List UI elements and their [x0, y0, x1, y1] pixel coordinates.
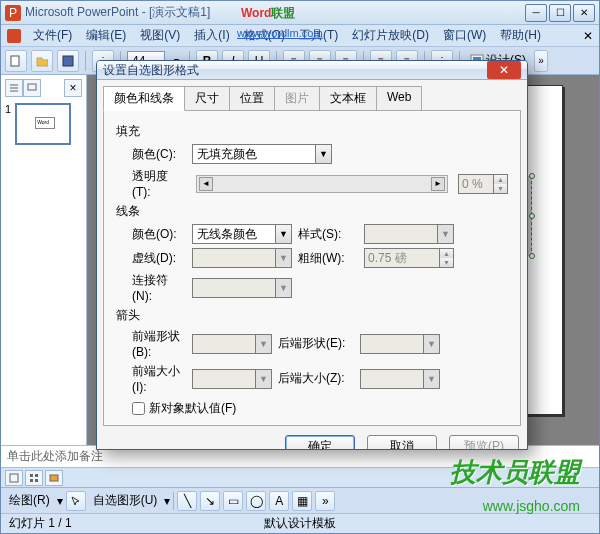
- tab-content: 填充 颜色(C): 无填充颜色▼ 透明度(T): ◄► 0 % ▲▼ 线条 颜色…: [103, 110, 521, 426]
- connector-combo: ▼: [192, 278, 292, 298]
- svg-rect-11: [10, 474, 18, 482]
- autoshapes-menu[interactable]: 自选图形(U): [89, 490, 162, 511]
- transparency-slider[interactable]: ◄►: [196, 175, 448, 193]
- toolbar-overflow-3[interactable]: »: [534, 50, 548, 72]
- tab-size[interactable]: 尺寸: [184, 86, 230, 111]
- transparency-label: 透明度(T):: [116, 168, 186, 199]
- line-color-combo[interactable]: 无线条颜色▼: [192, 224, 292, 244]
- powerpoint-icon: P: [5, 5, 21, 21]
- line-style-label: 样式(S):: [298, 226, 358, 243]
- dialog-close-button[interactable]: ✕: [487, 61, 521, 79]
- menu-insert[interactable]: 插入(I): [188, 25, 235, 46]
- svg-rect-12: [30, 474, 33, 477]
- select-objects-button[interactable]: [66, 491, 86, 511]
- menu-file[interactable]: 文件(F): [27, 25, 78, 46]
- tab-position[interactable]: 位置: [229, 86, 275, 111]
- line-color-label: 颜色(O):: [116, 226, 186, 243]
- draw-menu[interactable]: 绘图(R): [5, 490, 54, 511]
- slide-thumbnail[interactable]: 1 Word: [5, 103, 82, 145]
- textbox-button[interactable]: A: [269, 491, 289, 511]
- dash-label: 虚线(D):: [116, 250, 186, 267]
- menu-edit[interactable]: 编辑(E): [80, 25, 132, 46]
- sorter-view-button[interactable]: [25, 470, 43, 486]
- line-button[interactable]: ╲: [177, 491, 197, 511]
- dialog-title: 设置自选图形格式: [103, 62, 199, 79]
- svg-text:P: P: [9, 6, 17, 20]
- menu-view[interactable]: 视图(V): [134, 25, 186, 46]
- open-button[interactable]: [31, 50, 53, 72]
- svg-rect-2: [7, 29, 21, 43]
- status-slide-count: 幻灯片 1 / 1: [9, 515, 72, 532]
- oval-button[interactable]: ◯: [246, 491, 266, 511]
- window-title: Microsoft PowerPoint - [演示文稿1]: [25, 4, 210, 21]
- tab-colors-lines[interactable]: 颜色和线条: [103, 86, 185, 111]
- outline-tab[interactable]: [5, 79, 23, 97]
- normal-view-button[interactable]: [5, 470, 23, 486]
- svg-rect-15: [35, 479, 38, 482]
- arrow-section-label: 箭头: [116, 307, 508, 324]
- new-button[interactable]: [5, 50, 27, 72]
- minimize-button[interactable]: ─: [525, 4, 547, 22]
- menu-slideshow[interactable]: 幻灯片放映(D): [346, 25, 435, 46]
- save-button[interactable]: [57, 50, 79, 72]
- insert-chart-button[interactable]: ▦: [292, 491, 312, 511]
- transparency-spinner: 0 % ▲▼: [458, 174, 508, 194]
- dialog-tabs: 颜色和线条 尺寸 位置 图片 文本框 Web: [103, 86, 521, 111]
- rectangle-button[interactable]: ▭: [223, 491, 243, 511]
- begin-size-combo: ▼: [192, 369, 272, 389]
- default-new-checkbox[interactable]: 新对象默认值(F): [132, 400, 508, 417]
- line-style-combo: ▼: [364, 224, 454, 244]
- doc-close-button[interactable]: ✕: [579, 28, 597, 44]
- cancel-button[interactable]: 取消: [367, 435, 437, 450]
- fill-color-combo[interactable]: 无填充颜色▼: [192, 144, 332, 164]
- title-bar: P Microsoft PowerPoint - [演示文稿1] Word联盟 …: [1, 1, 599, 25]
- format-autoshape-dialog: 设置自选图形格式 ✕ 颜色和线条 尺寸 位置 图片 文本框 Web 填充 颜色(…: [96, 60, 528, 450]
- document-control-icon[interactable]: [7, 29, 21, 43]
- svg-rect-4: [63, 56, 73, 66]
- preview-button: 预览(P): [449, 435, 519, 450]
- svg-rect-14: [30, 479, 33, 482]
- svg-rect-16: [50, 475, 58, 481]
- tab-web[interactable]: Web: [376, 86, 422, 111]
- menu-bar: 文件(F) 编辑(E) 视图(V) 插入(I) 格式(O) 工具(T) 幻灯片放…: [1, 25, 599, 47]
- view-bar: [1, 467, 599, 487]
- svg-rect-3: [11, 56, 19, 66]
- end-shape-combo: ▼: [360, 334, 440, 354]
- dash-combo: ▼: [192, 248, 292, 268]
- thumbnail-number: 1: [5, 103, 11, 115]
- menu-window[interactable]: 窗口(W): [437, 25, 492, 46]
- status-bar: 幻灯片 1 / 1 默认设计模板: [1, 513, 599, 533]
- begin-shape-label: 前端形状(B):: [116, 328, 186, 359]
- dialog-title-bar: 设置自选图形格式 ✕: [97, 61, 527, 80]
- end-size-combo: ▼: [360, 369, 440, 389]
- drawing-toolbar: 绘图(R)▾ 自选图形(U)▾ ╲ ↘ ▭ ◯ A ▦ »: [1, 487, 599, 513]
- weight-label: 粗细(W):: [298, 250, 358, 267]
- thumbnail-panel: × 1 Word: [1, 75, 87, 445]
- maximize-button[interactable]: ☐: [549, 4, 571, 22]
- thumb-close[interactable]: ×: [64, 79, 82, 97]
- line-section-label: 线条: [116, 203, 508, 220]
- drawbar-overflow[interactable]: »: [315, 491, 335, 511]
- begin-size-label: 前端大小(I):: [116, 363, 186, 394]
- slides-tab[interactable]: [23, 79, 41, 97]
- fill-section-label: 填充: [116, 123, 508, 140]
- slideshow-view-button[interactable]: [45, 470, 63, 486]
- status-template: 默认设计模板: [264, 515, 336, 532]
- tab-picture[interactable]: 图片: [274, 86, 320, 111]
- fill-color-label: 颜色(C):: [116, 146, 186, 163]
- brand-overlay: Word联盟: [241, 3, 295, 22]
- svg-rect-13: [35, 474, 38, 477]
- close-button[interactable]: ✕: [573, 4, 595, 22]
- connector-label: 连接符(N):: [116, 272, 186, 303]
- begin-shape-combo: ▼: [192, 334, 272, 354]
- menu-help[interactable]: 帮助(H): [494, 25, 547, 46]
- end-size-label: 后端大小(Z):: [278, 370, 354, 387]
- arrow-button[interactable]: ↘: [200, 491, 220, 511]
- ok-button[interactable]: 确定: [285, 435, 355, 450]
- tab-textbox[interactable]: 文本框: [319, 86, 377, 111]
- dialog-buttons: 确定 取消 预览(P): [97, 433, 527, 450]
- end-shape-label: 后端形状(E):: [278, 335, 354, 352]
- thumbnail-image: Word: [15, 103, 71, 145]
- svg-rect-10: [28, 84, 36, 90]
- weight-spinner: 0.75 磅 ▲▼: [364, 248, 454, 268]
